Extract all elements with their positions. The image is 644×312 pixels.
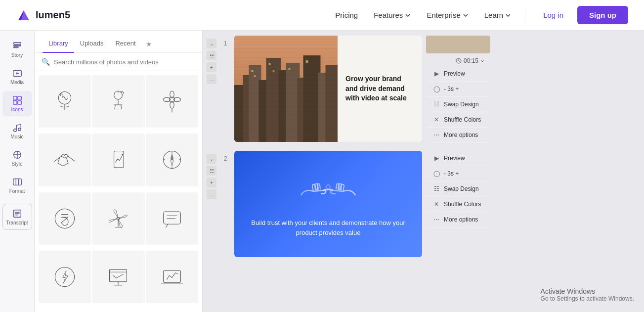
main-layout: Story Media Icons Music Style xyxy=(0,31,644,312)
slide-1-text: Grow your brand and drive demand with vi… xyxy=(338,36,422,142)
login-button[interactable]: Log in xyxy=(533,7,573,23)
chevron-down-icon xyxy=(405,12,411,18)
clock-icon xyxy=(456,58,462,64)
slide-2-grid[interactable]: ☷ xyxy=(207,166,216,176)
icon-cell-lightning[interactable] xyxy=(39,251,91,303)
nav-features[interactable]: Features xyxy=(368,7,417,23)
nav-divider xyxy=(525,9,525,21)
shuffle-colors-action-1[interactable]: ✕ Shuffle Colors xyxy=(426,112,490,128)
preview-action-2[interactable]: ▶ Preview xyxy=(426,151,490,166)
slide-2-text: Build trust with your clients and demons… xyxy=(244,218,412,237)
slide-1-canvas[interactable]: Grow your brand and drive demand with vi… xyxy=(234,36,422,142)
tab-uploads[interactable]: Uploads xyxy=(74,37,110,53)
icon-cell-laptop-chart[interactable] xyxy=(146,251,198,303)
nav-enterprise[interactable]: Enterprise xyxy=(421,7,474,23)
search-icon: 🔍 xyxy=(42,58,50,66)
logo[interactable]: lumen5 xyxy=(16,7,70,23)
slide-1-collapse[interactable]: ⌄ xyxy=(207,39,216,48)
transcript-icon xyxy=(12,208,23,219)
slide-1-add[interactable]: + xyxy=(207,62,216,72)
slide-2-collapse[interactable]: ⌄ xyxy=(207,154,216,164)
tab-star[interactable]: ★ xyxy=(142,37,156,53)
icon-cell-compass[interactable] xyxy=(146,134,198,186)
svg-rect-58 xyxy=(266,58,281,142)
signup-button[interactable]: Sign up xyxy=(577,6,628,24)
slide-1-headline: Grow your brand and drive demand with vi… xyxy=(345,74,414,103)
svg-rect-60 xyxy=(286,63,300,142)
icon-cell-rupee[interactable] xyxy=(39,192,91,245)
slide-2-add[interactable]: + xyxy=(207,178,216,187)
svg-marker-32 xyxy=(171,154,173,161)
icons-grid xyxy=(35,71,202,312)
svg-rect-65 xyxy=(252,70,254,72)
swap-design-action-2[interactable]: ☷ Swap Design xyxy=(426,181,490,197)
icon-cell-chart-mobile[interactable] xyxy=(92,134,144,186)
slide-row-1: ⌄ ☷ + … 1 xyxy=(203,36,644,143)
slide-1-right-panel: 00:15 ▶ Preview ◯ - 3s + ☷ Swap Design ✕ xyxy=(426,36,490,143)
icon-cell-flower[interactable] xyxy=(146,75,198,128)
slide-1-settings[interactable]: … xyxy=(207,74,216,84)
dots-icon: ⋯ xyxy=(433,216,440,223)
svg-rect-43 xyxy=(163,212,180,224)
svg-rect-56 xyxy=(249,65,261,142)
svg-rect-64 xyxy=(326,65,338,142)
svg-rect-3 xyxy=(13,45,21,46)
duration-action-2[interactable]: ◯ - 3s + xyxy=(426,166,490,181)
svg-rect-30 xyxy=(114,151,124,168)
svg-rect-69 xyxy=(289,68,291,70)
svg-rect-51 xyxy=(163,270,180,282)
svg-marker-6 xyxy=(16,72,19,75)
preview-action-1[interactable]: ▶ Preview xyxy=(426,66,490,82)
slide-2-settings[interactable]: … xyxy=(207,189,216,199)
slide-2-controls: ⌄ ☷ + … xyxy=(207,151,216,199)
slide-1-grid[interactable]: ☷ xyxy=(207,50,216,60)
icon-cell-handshake[interactable] xyxy=(39,134,91,186)
sidebar-item-icons[interactable]: Icons xyxy=(2,91,32,116)
chevron-down-icon xyxy=(505,12,511,18)
more-options-action-2[interactable]: ⋯ More options xyxy=(426,212,490,227)
navbar: lumen5 Pricing Features Enterprise Learn… xyxy=(0,0,644,31)
slide-2-number: 2 xyxy=(220,151,230,162)
format-icon xyxy=(12,177,23,187)
sidebar-item-style[interactable]: Style xyxy=(2,145,32,171)
tab-recent[interactable]: Recent xyxy=(109,37,141,53)
shuffle-icon: ✕ xyxy=(433,201,440,208)
sidebar-item-transcript[interactable]: Transcript xyxy=(2,204,32,230)
icon-cell-microscope[interactable] xyxy=(92,75,144,128)
icon-cell-chat[interactable] xyxy=(146,192,198,245)
svg-point-12 xyxy=(18,128,20,131)
sidebar-style-label: Style xyxy=(11,161,22,167)
shuffle-colors-action-2[interactable]: ✕ Shuffle Colors xyxy=(426,197,490,212)
tab-library[interactable]: Library xyxy=(43,37,74,53)
sidebar-item-media[interactable]: Media xyxy=(2,64,32,89)
svg-rect-2 xyxy=(13,43,21,45)
icon-cell-medical[interactable] xyxy=(39,75,91,128)
sidebar-item-format[interactable]: Format xyxy=(2,173,32,198)
nav-pricing[interactable]: Pricing xyxy=(329,7,364,23)
sidebar-music-label: Music xyxy=(10,134,23,139)
svg-point-11 xyxy=(13,129,16,132)
icon-cell-windmill[interactable] xyxy=(92,192,144,245)
svg-rect-59 xyxy=(279,70,289,142)
svg-rect-54 xyxy=(234,85,244,142)
nav-learn[interactable]: Learn xyxy=(478,7,517,23)
search-input[interactable] xyxy=(54,58,195,66)
icon-cell-presentation[interactable] xyxy=(92,251,144,303)
slide-1-thumbnail xyxy=(426,36,490,53)
slide-1-time: 00:15 xyxy=(426,55,490,66)
duration-action-1[interactable]: ◯ - 3s + xyxy=(426,82,490,97)
more-options-action-1[interactable]: ⋯ More options xyxy=(426,128,490,143)
clock-icon: ◯ xyxy=(433,86,440,92)
swap-design-action-1[interactable]: ☷ Swap Design xyxy=(426,97,490,112)
icons-icon xyxy=(12,95,23,106)
left-sidebar: Story Media Icons Music Style xyxy=(0,31,35,312)
slide-1-controls: ⌄ ☷ + … xyxy=(207,36,216,84)
svg-rect-62 xyxy=(303,55,321,142)
sidebar-item-music[interactable]: Music xyxy=(2,118,32,143)
slide-1-number: 1 xyxy=(220,36,230,47)
svg-rect-55 xyxy=(243,75,251,142)
story-icon xyxy=(12,41,23,51)
slide-2-canvas[interactable]: Build trust with your clients and demons… xyxy=(234,151,422,257)
sidebar-item-story[interactable]: Story xyxy=(2,37,32,62)
sidebar-transcript-label: Transcript xyxy=(6,220,28,225)
